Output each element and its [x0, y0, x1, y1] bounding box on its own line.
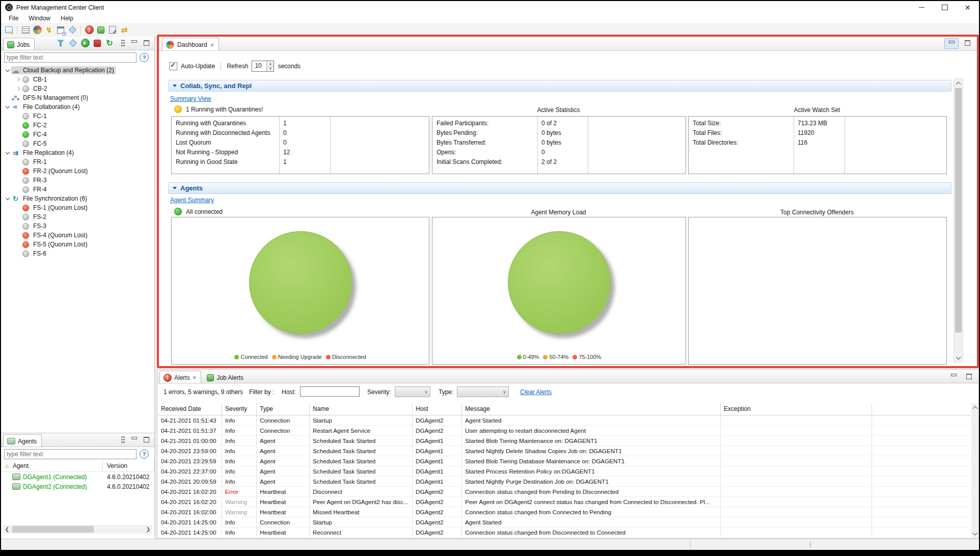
sync-icon[interactable]: ⇄ — [119, 24, 130, 36]
maximize-view-icon[interactable] — [140, 38, 152, 48]
tree-item[interactable]: FR-4 — [1, 185, 154, 194]
alert-row[interactable]: 04-20-2021 14:25:00 Info Heartbeat Recon… — [158, 527, 971, 538]
dashboard-scrollbar[interactable] — [954, 78, 963, 363]
minimize-alerts-icon[interactable] — [947, 372, 960, 381]
spinner-buttons[interactable]: ▲▼ — [266, 61, 274, 71]
alert-row[interactable]: 04-20-2021 14:25:00 Info Connection Star… — [158, 517, 971, 527]
clear-alerts-link[interactable]: Clear Alerts — [520, 388, 552, 396]
severity-dropdown[interactable]: ∨ — [395, 386, 430, 397]
expander-icon[interactable] — [14, 177, 21, 184]
start-job-icon[interactable] — [79, 38, 91, 48]
spin-down-icon[interactable]: ▼ — [267, 67, 274, 72]
drag-handle-icon[interactable] — [810, 542, 811, 543]
expander-icon[interactable] — [14, 186, 21, 193]
tab-job-alerts[interactable]: Job Alerts — [203, 371, 248, 383]
tree-item[interactable]: FR-2 (Quorum Lost) — [1, 166, 154, 176]
agent-row[interactable]: DGAgent1 (Connected) 4.6.0.20210402 — [1, 472, 154, 482]
filter-jobs-icon[interactable] — [55, 38, 67, 48]
scroll-left-icon[interactable]: ❮ — [3, 526, 11, 532]
menu-item[interactable]: Window — [24, 14, 55, 22]
scroll-right-icon[interactable]: ❯ — [144, 526, 152, 532]
close-tab-icon[interactable]: × — [210, 42, 214, 48]
summary-view-link[interactable]: Summary View — [170, 95, 211, 102]
column-header[interactable]: Type — [257, 403, 310, 415]
agents-icon[interactable] — [95, 24, 106, 36]
menu-item[interactable]: Help — [56, 14, 78, 22]
agents-horizontal-scrollbar[interactable]: ❮ ❯ — [3, 525, 152, 534]
minimize-window-button[interactable] — [910, 1, 933, 14]
view-properties-icon[interactable] — [20, 24, 31, 36]
column-header[interactable]: Host — [413, 403, 462, 415]
expander-icon[interactable] — [14, 223, 21, 230]
tree-item[interactable]: FS-6 — [1, 249, 154, 258]
expander-icon[interactable] — [4, 94, 11, 101]
alerts-icon[interactable] — [84, 24, 95, 36]
collab-section-header[interactable]: Collab, Sync, and Repl — [168, 80, 951, 92]
expander-icon[interactable] — [14, 85, 21, 92]
refresh-value[interactable]: 10 — [252, 61, 266, 71]
tab-dashboard[interactable]: Dashboard × — [162, 38, 219, 50]
version-column-header[interactable]: Version — [103, 460, 154, 471]
tree-item[interactable]: FS-1 (Quorum Lost) — [1, 203, 154, 212]
tasks-icon[interactable] — [107, 24, 118, 36]
restart-job-icon[interactable]: ↻ — [103, 38, 116, 48]
expander-icon[interactable] — [14, 204, 21, 211]
jobs-filter-input[interactable] — [4, 52, 137, 63]
alert-row[interactable]: 04-20-2021 16:02:20 Error Heartbeat Disc… — [158, 487, 971, 497]
tag-jobs-icon[interactable] — [67, 38, 79, 48]
column-header[interactable]: Exception — [721, 403, 872, 415]
agent-column-header[interactable]: △Agent — [1, 460, 103, 471]
column-header[interactable]: Name — [310, 403, 413, 415]
maximize-alerts-icon[interactable] — [962, 372, 975, 381]
scroll-down-icon[interactable] — [954, 354, 963, 362]
column-header[interactable]: Received Date — [158, 403, 222, 415]
column-header[interactable]: Severity — [222, 403, 257, 415]
expander-icon[interactable] — [14, 213, 21, 220]
dashboard-icon[interactable] — [32, 24, 43, 36]
expander-icon[interactable] — [4, 103, 11, 110]
expander-icon[interactable] — [4, 149, 11, 156]
expander-icon[interactable] — [14, 241, 21, 248]
expander-icon[interactable] — [14, 76, 21, 83]
minimize-editor-icon[interactable] — [944, 38, 959, 49]
tree-item[interactable]: FS-5 (Quorum Lost) — [1, 240, 154, 249]
tags-icon[interactable] — [67, 24, 78, 36]
alert-row[interactable]: 04-20-2021 22:37:00 Info Agent Scheduled… — [158, 466, 971, 477]
new-job-icon[interactable] — [3, 24, 14, 36]
scrollbar-thumb[interactable] — [955, 88, 962, 332]
tree-item[interactable]: FR-3 — [1, 176, 154, 185]
scroll-up-icon[interactable] — [954, 79, 963, 87]
collapse-triangle-icon[interactable] — [173, 85, 177, 87]
tree-item[interactable]: File Synchronization (6) — [1, 194, 154, 203]
expander-icon[interactable] — [14, 122, 21, 129]
spin-up-icon[interactable]: ▲ — [267, 61, 274, 67]
type-dropdown[interactable]: ∨ — [457, 386, 509, 397]
view-menu-icon[interactable] — [116, 434, 128, 445]
schedule-icon[interactable] — [55, 24, 66, 36]
tab-jobs[interactable]: Jobs — [3, 38, 35, 50]
maximize-view-icon[interactable] — [140, 434, 152, 445]
menu-item[interactable]: File — [4, 14, 23, 22]
scroll-down-icon[interactable] — [971, 530, 978, 538]
close-tab-icon[interactable]: × — [193, 374, 197, 381]
tab-agents[interactable]: Agents — [3, 434, 42, 447]
alert-row[interactable]: 04-21-2021 01:00:00 Info Agent Scheduled… — [158, 436, 971, 446]
alert-row[interactable]: 04-21-2021 01:51:43 Info Connection Star… — [158, 415, 971, 426]
tree-item[interactable]: File Replication (4) — [1, 148, 154, 157]
tree-item[interactable]: FC-2 — [1, 121, 154, 130]
expander-icon[interactable] — [4, 195, 11, 202]
tree-item[interactable]: CB-1 — [1, 75, 154, 84]
expander-icon[interactable] — [14, 113, 21, 120]
scroll-up-icon[interactable] — [971, 403, 978, 411]
tree-item[interactable]: DFS-N Management (0) — [1, 93, 154, 102]
tree-item[interactable]: FC-5 — [1, 139, 154, 148]
agent-row[interactable]: DGAgent2 (Connected) 4.6.0.20210402 — [1, 482, 154, 491]
tree-item[interactable]: FR-1 — [1, 157, 154, 166]
tree-item[interactable]: Cloud Backup and Replication (2) — [1, 66, 154, 75]
power-options-icon[interactable]: ↯ — [43, 24, 55, 36]
agent-summary-link[interactable]: Agent Summary — [170, 197, 214, 204]
view-menu-icon[interactable] — [116, 38, 128, 48]
alerts-scrollbar[interactable] — [971, 403, 978, 538]
tree-item[interactable]: FC-4 — [1, 130, 154, 139]
tree-item[interactable]: File Collaboration (4) — [1, 102, 154, 112]
